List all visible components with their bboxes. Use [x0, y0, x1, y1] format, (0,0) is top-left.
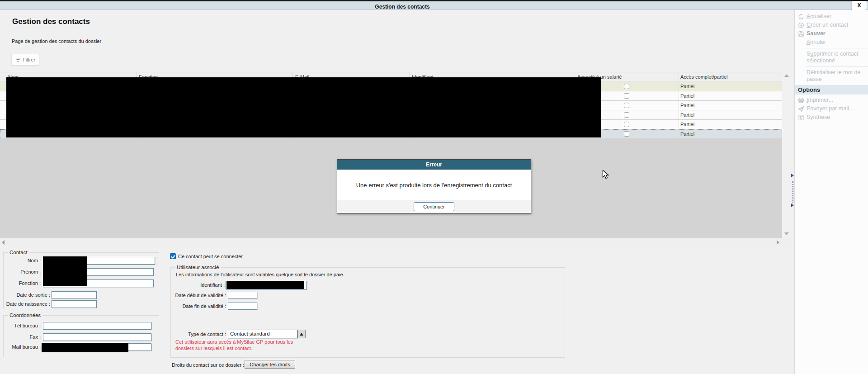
window-titlebar: Gestion des contacts	[0, 1, 868, 10]
acces-cell: Partiel	[680, 122, 694, 127]
redacted-contact-identity	[43, 256, 87, 286]
menu-item-envoyer-par-mail[interactable]: Envoyer par mail...	[795, 104, 868, 113]
redacted-identifiant	[226, 281, 304, 289]
date-sortie-label: Date de sortie :	[0, 292, 50, 298]
scroll-down-arrow-icon[interactable]	[784, 232, 789, 235]
filter-icon	[15, 58, 20, 62]
send-icon	[797, 105, 805, 112]
date-debut-label: Date début de validité :	[172, 293, 226, 298]
associe-salarie-checkbox[interactable]	[624, 103, 629, 108]
menu-item-imprimer[interactable]: Imprimer...	[795, 96, 868, 104]
redacted-table-data	[6, 77, 601, 137]
type-contact-input[interactable]: Contact standard	[228, 330, 297, 338]
menu-item-synth-se[interactable]: Synthèse	[795, 113, 868, 122]
prenom-label: Prénom :	[0, 269, 41, 275]
fax-input[interactable]	[43, 333, 151, 341]
date-naissance-input[interactable]	[52, 300, 97, 308]
menu-item-cr-er-un-contact[interactable]: Créer un contact	[795, 21, 868, 29]
mail-bureau-label: Mail bureau :	[0, 344, 41, 350]
filter-button-label: Filtrer	[23, 57, 35, 62]
report-icon	[797, 114, 805, 121]
fonction-label: Fonction :	[0, 280, 41, 286]
menu-item-sauver[interactable]: Sauver	[795, 29, 868, 38]
icon-spacer	[797, 39, 805, 46]
menu-item-label: Envoyer par mail...	[807, 105, 854, 112]
filter-button[interactable]: Filtrer	[11, 54, 39, 66]
nom-label: Nom :	[0, 258, 41, 263]
menu-separator	[807, 66, 868, 67]
error-dialog: Erreur Une erreur s'est produite lors de…	[337, 159, 531, 213]
scroll-up-arrow-icon[interactable]	[784, 74, 789, 77]
tel-bureau-label: Tél bureau :	[0, 323, 41, 328]
vertical-scrollbar[interactable]	[782, 72, 791, 238]
menu-item-label: Actualiser	[807, 13, 831, 20]
date-fin-input[interactable]	[228, 303, 257, 310]
menu-item-supprimer-le-contact-s-lectionn[interactable]: Supprimer le contact sélectionné	[795, 50, 868, 65]
actions-sidebar: ActualiserCréer un contactSauverAnnulerS…	[794, 10, 868, 374]
peut-se-connecter-checkbox[interactable]	[170, 253, 176, 259]
date-fin-label: Date fin de validité :	[172, 303, 226, 309]
page-title: Gestion des contacts	[12, 17, 90, 26]
associe-salarie-checkbox[interactable]	[624, 93, 629, 99]
menu-item-label: Annuler	[807, 39, 826, 46]
column-separator	[679, 72, 679, 138]
menu-item-label: Synthèse	[807, 114, 830, 121]
changer-droits-button[interactable]: Changer les droits	[245, 360, 295, 369]
mysilae-warning-text: Cet utilisateur aura accès à MySilae GP …	[175, 339, 307, 351]
menu-item-label: Supprimer le contact sélectionné	[807, 51, 867, 64]
peut-se-connecter-label: Ce contact peut se connecter	[178, 254, 243, 259]
mouse-cursor	[602, 170, 610, 180]
printer-icon	[797, 97, 805, 104]
horizontal-scrollbar[interactable]	[0, 238, 791, 246]
acces-cell: Partiel	[680, 112, 694, 118]
menu-item-actualiser[interactable]: Actualiser	[795, 12, 868, 21]
window-title: Gestion des contacts	[0, 4, 805, 10]
refresh-icon	[797, 13, 805, 20]
menu-item-annuler[interactable]: Annuler	[795, 38, 868, 47]
splitter-handle[interactable]	[793, 181, 793, 203]
error-dialog-footer: Continuer	[337, 200, 531, 213]
acces-cell: Partiel	[680, 84, 694, 89]
associe-salarie-checkbox[interactable]	[624, 112, 629, 118]
menu-item-label: Réinitialiser le mot de passe	[807, 69, 867, 83]
date-debut-input[interactable]	[228, 292, 257, 299]
date-naissance-label: Date de naissance :	[0, 301, 50, 307]
coordonnees-legend: Coordonnées	[8, 312, 42, 318]
options-section-header: Options	[795, 85, 868, 95]
menu-separator	[807, 48, 868, 48]
error-dialog-message: Une erreur s'est produite lors de l'enre…	[337, 170, 531, 200]
menu-item-r-initialiser-le-mot-de-passe[interactable]: Réinitialiser le mot de passe	[795, 68, 868, 84]
column-header-6[interactable]: Accès complet/partiel	[680, 74, 728, 80]
menu-item-label: Créer un contact	[807, 22, 848, 28]
fax-label: Fax :	[0, 334, 41, 340]
acces-cell: Partiel	[680, 103, 694, 108]
type-contact-dropdown-button[interactable]	[297, 330, 306, 338]
app-window: Gestion des contacts X Gestion des conta…	[0, 0, 868, 374]
acces-cell: Partiel	[680, 131, 694, 137]
plus-circle-icon	[797, 22, 805, 28]
splitter-arrow-icon[interactable]	[791, 204, 794, 207]
menu-item-label: Imprimer...	[807, 97, 833, 104]
droits-label: Droits du contact sur ce dossier :	[172, 362, 244, 368]
associe-salarie-checkbox[interactable]	[624, 131, 629, 137]
associe-salarie-checkbox[interactable]	[624, 84, 629, 89]
menu-item-label: Sauver	[807, 30, 826, 37]
date-sortie-input[interactable]	[52, 291, 97, 299]
acces-cell: Partiel	[680, 93, 694, 99]
close-button[interactable]: X	[852, 1, 867, 10]
continue-button[interactable]: Continuer	[414, 202, 454, 211]
scroll-right-arrow-icon[interactable]	[777, 240, 779, 245]
scroll-left-arrow-icon[interactable]	[2, 240, 5, 245]
associe-salarie-checkbox[interactable]	[624, 122, 629, 127]
save-icon	[797, 30, 805, 37]
redacted-mail-bureau	[42, 343, 128, 352]
contact-legend: Contact	[8, 250, 29, 255]
type-contact-label: Type de contact :	[172, 331, 226, 337]
icon-spacer	[797, 69, 805, 83]
utilisateur-associe-legend: Utilisateur associé	[175, 265, 221, 270]
identifiant-label: Identifiant :	[172, 282, 225, 288]
error-dialog-title: Erreur	[337, 160, 531, 170]
tel-bureau-input[interactable]	[43, 322, 151, 330]
splitter-arrow-icon[interactable]	[791, 174, 794, 177]
actions-menu: ActualiserCréer un contactSauverAnnulerS…	[795, 12, 868, 122]
